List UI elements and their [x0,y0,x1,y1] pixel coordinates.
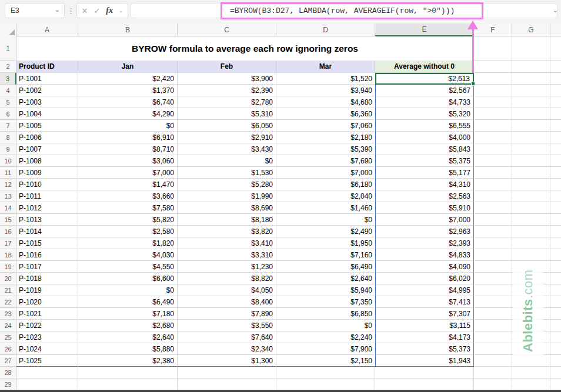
cell-average[interactable]: $2,563 [375,190,474,202]
formula-bar-expand-icon[interactable]: ⌄ [553,6,558,14]
cell-jan[interactable]: $3,060 [78,155,178,167]
cell-feb[interactable]: $3,820 [178,226,276,237]
cell-empty[interactable] [474,190,512,202]
cell-empty[interactable] [474,249,512,261]
row-header[interactable]: 24 [0,320,16,331]
fill-handle[interactable] [471,82,475,86]
cell-empty[interactable] [474,320,512,331]
cell-empty[interactable] [474,308,512,320]
cell-average[interactable]: $5,177 [375,167,474,179]
header-feb[interactable]: Feb [178,61,276,73]
cell-mar[interactable]: $0 [276,320,375,331]
cell-jan[interactable]: $0 [78,284,178,296]
cell-jan[interactable]: $6,490 [78,296,178,308]
header-product-id[interactable]: Product ID [16,61,78,73]
cell-empty[interactable] [474,378,512,390]
cell-product-id[interactable]: P-1010 [16,179,78,190]
row-header[interactable]: 9 [0,143,16,155]
cell-empty[interactable] [78,367,178,378]
cell-average[interactable]: $4,090 [375,261,474,273]
cell-empty[interactable] [512,132,550,143]
cell-empty[interactable] [474,202,512,214]
cell-empty[interactable] [474,237,512,249]
cell-feb[interactable]: $7,640 [178,331,276,343]
cell-mar[interactable]: $5,390 [276,143,375,155]
cell-jan[interactable]: $2,680 [78,320,178,331]
row-header[interactable]: 8 [0,132,16,143]
column-header-g[interactable]: G [512,24,550,36]
cell-average[interactable]: $4,000 [375,132,474,143]
cell-jan[interactable]: $7,000 [78,167,178,179]
name-box[interactable]: E3 ⌄ [5,3,65,18]
cell-empty[interactable] [474,143,512,155]
cell-empty[interactable] [512,120,550,132]
row-header[interactable]: 22 [0,296,16,308]
cell-empty[interactable] [512,179,550,190]
cell-feb[interactable]: $8,690 [178,202,276,214]
cell-feb[interactable]: $8,180 [178,214,276,226]
sheet-title[interactable]: BYROW formula to average each row ignori… [16,36,474,61]
cell-mar[interactable]: $2,490 [276,226,375,237]
column-header-c[interactable]: C [178,24,276,36]
cell-empty[interactable] [512,73,550,85]
cell-empty[interactable] [512,143,550,155]
row-header[interactable]: 29 [0,378,16,390]
select-all-corner[interactable] [0,24,16,36]
cell-average[interactable]: $7,307 [375,308,474,320]
header-jan[interactable]: Jan [78,61,178,73]
row-header[interactable]: 3 [0,73,16,85]
cell-mar[interactable]: $2,150 [276,355,375,367]
cell-product-id[interactable]: P-1015 [16,237,78,249]
cell-feb[interactable]: $3,430 [178,143,276,155]
cell-jan[interactable]: $1,820 [78,237,178,249]
row-header[interactable]: 14 [0,202,16,214]
row-header[interactable]: 21 [0,284,16,296]
cell-average[interactable]: $2,567 [375,85,474,96]
cell-mar[interactable]: $0 [276,214,375,226]
cell-empty[interactable] [474,355,512,367]
cell-empty[interactable] [474,108,512,120]
cell-product-id[interactable]: P-1016 [16,249,78,261]
cell-empty[interactable] [474,367,512,378]
cell-jan[interactable]: $7,580 [78,202,178,214]
cell-product-id[interactable]: P-1018 [16,273,78,284]
cell-empty[interactable] [474,261,512,273]
cell-mar[interactable]: $6,490 [276,261,375,273]
cell-average[interactable]: $5,375 [375,155,474,167]
cell-empty[interactable] [512,226,550,237]
cell-jan[interactable]: $1,370 [78,85,178,96]
cell-empty[interactable] [474,167,512,179]
cell-empty[interactable] [512,190,550,202]
enter-icon[interactable]: ✓ [94,6,100,15]
row-header[interactable]: 1 [0,36,16,61]
cell-empty[interactable] [178,367,276,378]
cancel-icon[interactable]: ✕ [81,6,88,15]
cell-product-id[interactable]: P-1022 [16,320,78,331]
cell-product-id[interactable]: P-1025 [16,355,78,367]
cell-mar[interactable]: $2,180 [276,132,375,143]
row-header[interactable]: 19 [0,261,16,273]
cell-mar[interactable]: $4,680 [276,96,375,108]
cell-product-id[interactable]: P-1004 [16,108,78,120]
cell-average[interactable]: $7,413 [375,296,474,308]
column-header-d[interactable]: D [276,24,375,36]
cell-feb[interactable]: $8,400 [178,296,276,308]
cell-feb[interactable]: $1,230 [178,261,276,273]
cell-jan[interactable]: $2,420 [78,73,178,85]
cell-empty[interactable] [474,284,512,296]
cell-product-id[interactable]: P-1002 [16,85,78,96]
cell-mar[interactable]: $3,940 [276,85,375,96]
row-header[interactable]: 15 [0,214,16,226]
cell-feb[interactable]: $1,300 [178,355,276,367]
cell-average[interactable]: $4,310 [375,179,474,190]
cell-average[interactable]: $1,943 [375,355,474,367]
cell-empty[interactable] [474,61,512,73]
cell-product-id[interactable]: P-1013 [16,214,78,226]
row-header[interactable]: 23 [0,308,16,320]
cell-product-id[interactable]: P-1021 [16,308,78,320]
cell-empty[interactable] [474,155,512,167]
cell-product-id[interactable]: P-1017 [16,261,78,273]
column-header-f[interactable]: F [474,24,512,36]
cell-product-id[interactable]: P-1009 [16,167,78,179]
cell-average[interactable]: $2,963 [375,226,474,237]
